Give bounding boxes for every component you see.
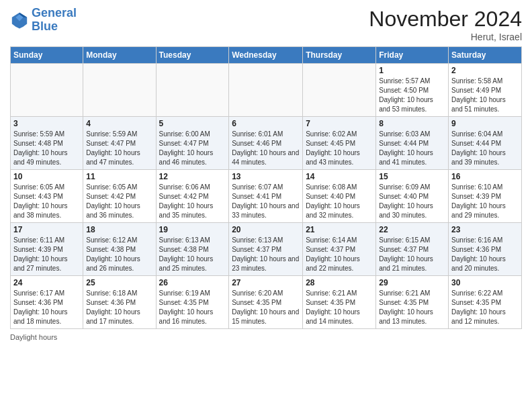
- day-number: 20: [232, 225, 300, 234]
- calendar-cell: 3Sunrise: 5:59 AMSunset: 4:48 PMDaylight…: [11, 117, 83, 170]
- day-header-wednesday: Wednesday: [229, 47, 303, 64]
- day-info: Sunrise: 6:00 AMSunset: 4:47 PMDaylight:…: [159, 130, 226, 167]
- logo-icon: [10, 11, 29, 30]
- day-number: 23: [451, 225, 519, 234]
- day-number: 6: [232, 119, 300, 128]
- day-number: 18: [86, 225, 152, 234]
- daylight-hours-label: Daylight hours: [10, 333, 57, 341]
- day-info: Sunrise: 6:13 AMSunset: 4:38 PMDaylight:…: [159, 236, 226, 273]
- logo-blue: Blue: [32, 19, 58, 33]
- calendar-cell: 24Sunrise: 6:17 AMSunset: 4:36 PMDayligh…: [11, 276, 83, 329]
- calendar-cell: 1Sunrise: 5:57 AMSunset: 4:50 PMDaylight…: [376, 64, 449, 117]
- day-number: 21: [306, 225, 373, 234]
- day-number: 2: [451, 66, 519, 75]
- day-number: 9: [451, 119, 519, 128]
- day-number: 29: [379, 278, 445, 287]
- day-info: Sunrise: 6:20 AMSunset: 4:35 PMDaylight:…: [232, 289, 300, 326]
- day-number: 5: [159, 119, 226, 128]
- day-number: 3: [13, 119, 80, 128]
- calendar-cell: 16Sunrise: 6:10 AMSunset: 4:39 PMDayligh…: [449, 170, 522, 223]
- calendar-cell: 28Sunrise: 6:21 AMSunset: 4:35 PMDayligh…: [303, 276, 376, 329]
- day-info: Sunrise: 6:12 AMSunset: 4:38 PMDaylight:…: [86, 236, 152, 273]
- day-info: Sunrise: 6:14 AMSunset: 4:37 PMDaylight:…: [306, 236, 373, 273]
- day-info: Sunrise: 6:10 AMSunset: 4:39 PMDaylight:…: [451, 183, 519, 220]
- day-info: Sunrise: 6:11 AMSunset: 4:39 PMDaylight:…: [13, 236, 80, 273]
- day-header-friday: Friday: [376, 47, 449, 64]
- calendar-cell: 12Sunrise: 6:06 AMSunset: 4:42 PMDayligh…: [156, 170, 229, 223]
- logo: General Blue: [10, 7, 77, 34]
- calendar-cell: [303, 64, 376, 117]
- day-number: 24: [13, 278, 80, 287]
- calendar-cell: 5Sunrise: 6:00 AMSunset: 4:47 PMDaylight…: [156, 117, 229, 170]
- day-header-tuesday: Tuesday: [156, 47, 229, 64]
- calendar-cell: 4Sunrise: 5:59 AMSunset: 4:47 PMDaylight…: [83, 117, 156, 170]
- calendar-cell: 30Sunrise: 6:22 AMSunset: 4:35 PMDayligh…: [449, 276, 522, 329]
- day-header-sunday: Sunday: [11, 47, 83, 64]
- calendar-cell: 15Sunrise: 6:09 AMSunset: 4:40 PMDayligh…: [376, 170, 449, 223]
- day-info: Sunrise: 5:59 AMSunset: 4:47 PMDaylight:…: [86, 130, 152, 167]
- day-info: Sunrise: 6:06 AMSunset: 4:42 PMDaylight:…: [159, 183, 226, 220]
- location: Herut, Israel: [369, 32, 522, 42]
- logo-general: General: [32, 6, 77, 19]
- day-number: 7: [306, 119, 373, 128]
- calendar-week-1: 1Sunrise: 5:57 AMSunset: 4:50 PMDaylight…: [11, 64, 522, 117]
- day-info: Sunrise: 6:09 AMSunset: 4:40 PMDaylight:…: [379, 183, 445, 220]
- day-number: 11: [86, 172, 152, 181]
- calendar-cell: [11, 64, 83, 117]
- day-info: Sunrise: 6:19 AMSunset: 4:35 PMDaylight:…: [159, 289, 226, 326]
- day-number: 26: [159, 278, 226, 287]
- day-number: 19: [159, 225, 226, 234]
- calendar-week-2: 3Sunrise: 5:59 AMSunset: 4:48 PMDaylight…: [11, 117, 522, 170]
- calendar-cell: 8Sunrise: 6:03 AMSunset: 4:44 PMDaylight…: [376, 117, 449, 170]
- day-info: Sunrise: 6:16 AMSunset: 4:36 PMDaylight:…: [451, 236, 519, 273]
- day-number: 30: [451, 278, 519, 287]
- day-number: 22: [379, 225, 445, 234]
- calendar-cell: 9Sunrise: 6:04 AMSunset: 4:44 PMDaylight…: [449, 117, 522, 170]
- calendar-cell: [83, 64, 156, 117]
- day-header-thursday: Thursday: [303, 47, 376, 64]
- day-info: Sunrise: 6:08 AMSunset: 4:40 PMDaylight:…: [306, 183, 373, 220]
- calendar-cell: 25Sunrise: 6:18 AMSunset: 4:36 PMDayligh…: [83, 276, 156, 329]
- calendar-week-5: 24Sunrise: 6:17 AMSunset: 4:36 PMDayligh…: [11, 276, 522, 329]
- day-number: 15: [379, 172, 445, 181]
- day-info: Sunrise: 6:05 AMSunset: 4:43 PMDaylight:…: [13, 183, 80, 220]
- day-info: Sunrise: 6:21 AMSunset: 4:35 PMDaylight:…: [379, 289, 445, 326]
- day-info: Sunrise: 6:17 AMSunset: 4:36 PMDaylight:…: [13, 289, 80, 326]
- day-number: 16: [451, 172, 519, 181]
- calendar-cell: 19Sunrise: 6:13 AMSunset: 4:38 PMDayligh…: [156, 223, 229, 276]
- day-number: 12: [159, 172, 226, 181]
- day-info: Sunrise: 5:59 AMSunset: 4:48 PMDaylight:…: [13, 130, 80, 167]
- calendar-cell: 2Sunrise: 5:58 AMSunset: 4:49 PMDaylight…: [449, 64, 522, 117]
- day-info: Sunrise: 6:18 AMSunset: 4:36 PMDaylight:…: [86, 289, 152, 326]
- calendar-cell: 29Sunrise: 6:21 AMSunset: 4:35 PMDayligh…: [376, 276, 449, 329]
- day-info: Sunrise: 6:21 AMSunset: 4:35 PMDaylight:…: [306, 289, 373, 326]
- logo-text: General Blue: [32, 7, 77, 34]
- day-info: Sunrise: 6:02 AMSunset: 4:45 PMDaylight:…: [306, 130, 373, 167]
- calendar-cell: 23Sunrise: 6:16 AMSunset: 4:36 PMDayligh…: [449, 223, 522, 276]
- day-number: 25: [86, 278, 152, 287]
- day-info: Sunrise: 5:57 AMSunset: 4:50 PMDaylight:…: [379, 77, 445, 114]
- calendar-cell: 13Sunrise: 6:07 AMSunset: 4:41 PMDayligh…: [229, 170, 303, 223]
- calendar-cell: 20Sunrise: 6:13 AMSunset: 4:37 PMDayligh…: [229, 223, 303, 276]
- day-number: 10: [13, 172, 80, 181]
- day-number: 4: [86, 119, 152, 128]
- day-info: Sunrise: 6:07 AMSunset: 4:41 PMDaylight:…: [232, 183, 300, 220]
- calendar-cell: 6Sunrise: 6:01 AMSunset: 4:46 PMDaylight…: [229, 117, 303, 170]
- day-number: 8: [379, 119, 445, 128]
- calendar: SundayMondayTuesdayWednesdayThursdayFrid…: [10, 46, 522, 329]
- day-info: Sunrise: 6:03 AMSunset: 4:44 PMDaylight:…: [379, 130, 445, 167]
- day-info: Sunrise: 5:58 AMSunset: 4:49 PMDaylight:…: [451, 77, 519, 114]
- day-info: Sunrise: 6:15 AMSunset: 4:37 PMDaylight:…: [379, 236, 445, 273]
- day-header-monday: Monday: [83, 47, 156, 64]
- calendar-cell: 11Sunrise: 6:05 AMSunset: 4:42 PMDayligh…: [83, 170, 156, 223]
- day-info: Sunrise: 6:05 AMSunset: 4:42 PMDaylight:…: [86, 183, 152, 220]
- calendar-cell: [229, 64, 303, 117]
- title-block: November 2024 Herut, Israel: [369, 7, 522, 42]
- day-number: 27: [232, 278, 300, 287]
- calendar-cell: 22Sunrise: 6:15 AMSunset: 4:37 PMDayligh…: [376, 223, 449, 276]
- page: General Blue November 2024 Herut, Israel…: [0, 0, 532, 348]
- calendar-week-3: 10Sunrise: 6:05 AMSunset: 4:43 PMDayligh…: [11, 170, 522, 223]
- footer: Daylight hours: [10, 333, 522, 341]
- day-info: Sunrise: 6:04 AMSunset: 4:44 PMDaylight:…: [451, 130, 519, 167]
- day-number: 13: [232, 172, 300, 181]
